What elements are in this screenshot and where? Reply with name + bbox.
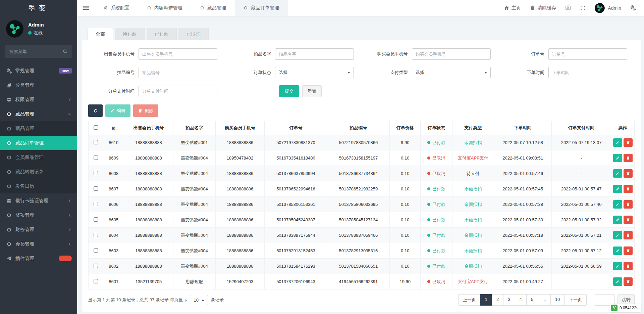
cell-checkbox: [89, 274, 103, 289]
sidebar-item-8[interactable]: 插件管理new: [0, 251, 77, 266]
page-item-2[interactable]: 2: [492, 294, 503, 306]
row-delete-button[interactable]: [624, 169, 633, 178]
sidebar-item-0[interactable]: 常规管理new: [0, 63, 77, 78]
page-item-0[interactable]: 上一页: [458, 294, 481, 306]
sidebar-item-3-4[interactable]: 发售日历: [0, 179, 77, 193]
sidebar-item-3[interactable]: 藏品管理: [0, 107, 77, 121]
sidebar-item-7[interactable]: 会员管理: [0, 237, 77, 251]
page-item-5[interactable]: 5: [526, 294, 538, 306]
submit-button[interactable]: 提交: [279, 85, 299, 97]
row-edit-button[interactable]: [613, 277, 622, 286]
status-dot-icon: [427, 234, 430, 237]
filter-input-0[interactable]: [139, 48, 217, 60]
avatar[interactable]: [6, 20, 23, 38]
row-delete-button[interactable]: [624, 246, 633, 255]
row-checkbox[interactable]: [94, 217, 98, 222]
sidebar-item-3-2[interactable]: 会员藏品管理: [0, 150, 77, 165]
row-checkbox[interactable]: [94, 155, 98, 160]
filter-input-8[interactable]: [139, 86, 217, 97]
topbar-tab-0[interactable]: 系统配置: [95, 0, 138, 16]
home-link[interactable]: 主页: [504, 5, 521, 11]
table-header: Id出售会员手机号拍品名字购买会员手机号订单号拍品编号订单价格订单状态支付类型下…: [89, 121, 635, 135]
row-checkbox[interactable]: [94, 248, 98, 253]
sidebar-item-2[interactable]: 权限管理: [0, 92, 77, 107]
row-delete-button[interactable]: [624, 231, 633, 239]
cell-pay-time: 2022-05-01 00:56:59: [552, 259, 611, 274]
filter-input-2[interactable]: [412, 48, 491, 60]
row-checkbox[interactable]: [94, 233, 98, 237]
row-delete-button[interactable]: [624, 216, 633, 224]
page-item-8[interactable]: 下一页: [564, 294, 587, 306]
sidebar-item-label: 发售日历: [15, 183, 72, 189]
reset-button[interactable]: 重置: [302, 85, 322, 97]
filter-input-7[interactable]: [548, 67, 627, 78]
filter-label: 拍品编号: [88, 70, 139, 76]
cell-status: 已取消: [421, 166, 452, 181]
row-edit-button[interactable]: [613, 246, 622, 255]
row-delete-button[interactable]: [624, 277, 633, 286]
menu-search-input[interactable]: [5, 45, 72, 58]
cell-buyer-phone: 18888888886: [215, 197, 264, 212]
row-edit-button[interactable]: [613, 262, 622, 270]
row-delete-button[interactable]: [624, 262, 633, 270]
row-delete-button[interactable]: [624, 185, 633, 193]
filter-input-4[interactable]: [139, 67, 217, 78]
gear-icon: [103, 6, 108, 10]
page-size-select[interactable]: 10: [190, 295, 208, 305]
status-tab-0[interactable]: 全部: [88, 28, 113, 40]
filter-select-6[interactable]: 选择: [412, 67, 491, 78]
chevron-down-icon: [68, 112, 72, 116]
sidebar-item-6[interactable]: 财务管理: [0, 222, 77, 237]
sidebar-item-1[interactable]: 分类管理: [0, 78, 77, 92]
status-tab-3[interactable]: 已取消: [178, 28, 209, 40]
sidebar-item-3-1[interactable]: 藏品订单管理: [0, 136, 77, 150]
sidebar-item-3-0[interactable]: 藏品管理: [0, 121, 77, 136]
row-delete-button[interactable]: [624, 154, 633, 162]
row-edit-button[interactable]: [613, 154, 622, 162]
settings-gears-icon[interactable]: [630, 5, 636, 11]
page-item-3[interactable]: 3: [503, 294, 515, 306]
edit-button[interactable]: 编辑: [105, 104, 130, 117]
page-item-7[interactable]: 10: [550, 294, 565, 306]
status-tab-1[interactable]: 待付款: [115, 28, 145, 40]
circle-icon: [6, 126, 12, 131]
user-menu[interactable]: Admin: [595, 3, 621, 13]
status-badge: 已取消: [427, 171, 445, 177]
menu-toggle-icon[interactable]: [77, 0, 95, 16]
filter-select-5[interactable]: 选择: [275, 67, 354, 78]
sidebar-item-4[interactable]: 银行卡验证管理: [0, 193, 77, 208]
row-edit-button[interactable]: [613, 216, 622, 224]
topbar-tab-2[interactable]: 藏品管理: [191, 0, 235, 16]
row-edit-button[interactable]: [613, 185, 622, 193]
row-checkbox[interactable]: [94, 202, 98, 206]
fullscreen-icon[interactable]: [580, 5, 586, 11]
row-checkbox[interactable]: [94, 140, 98, 144]
refresh-button[interactable]: [88, 104, 103, 117]
topbar-tab-3[interactable]: 藏品订单管理: [235, 0, 288, 16]
row-edit-button[interactable]: [613, 169, 622, 178]
window-icon[interactable]: [565, 5, 571, 11]
page-item-1[interactable]: 1: [480, 294, 492, 306]
select-all-checkbox[interactable]: [94, 125, 98, 130]
row-edit-button[interactable]: [613, 231, 622, 239]
sidebar-item-5[interactable]: 奖项管理: [0, 208, 77, 222]
row-checkbox[interactable]: [94, 171, 98, 175]
cell-item-no: 5013783887059466: [327, 228, 389, 243]
row-checkbox[interactable]: [94, 186, 98, 191]
delete-button[interactable]: 删除: [133, 104, 158, 117]
row-delete-button[interactable]: [624, 138, 633, 147]
clear-cache-button[interactable]: 清除缓存: [530, 5, 556, 11]
row-edit-button[interactable]: [613, 138, 622, 147]
row-checkbox[interactable]: [94, 264, 98, 268]
page-item-4[interactable]: 4: [515, 294, 527, 306]
topbar-tab-1[interactable]: 内容精选管理: [138, 0, 191, 16]
avatar: [595, 3, 605, 13]
filter-input-1[interactable]: [275, 48, 354, 60]
sidebar-item-3-3[interactable]: 藏品转增记录: [0, 165, 77, 179]
cell-order-no: 5013782913152453: [265, 243, 327, 259]
row-edit-button[interactable]: [613, 200, 622, 209]
row-delete-button[interactable]: [624, 200, 633, 209]
filter-input-3[interactable]: [548, 48, 627, 60]
status-tab-2[interactable]: 已付款: [147, 28, 177, 40]
row-checkbox[interactable]: [94, 279, 98, 283]
